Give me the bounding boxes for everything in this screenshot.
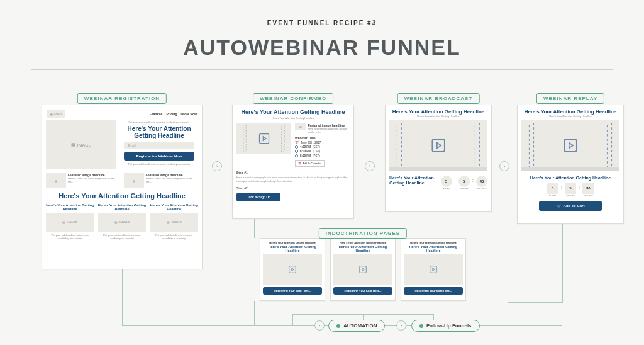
timer-sep: : — [561, 184, 562, 190]
timer-sep: : — [455, 178, 456, 183]
tag-registration: WEBINAR REGISTRATION — [77, 93, 167, 104]
svg-rect-0 — [259, 134, 269, 144]
nav-order[interactable]: Order Now — [180, 112, 197, 116]
cart-label: Add To Cart — [564, 204, 585, 208]
timer-seconds-label: SECONDS — [476, 188, 487, 190]
video-placeholder[interactable] — [333, 254, 392, 285]
confirmed-sub: Here's Your Attention Getting Headline — [236, 116, 350, 120]
logo-text: LOGO — [54, 113, 62, 116]
cell-sub: Put your sub-headline to increase credib… — [46, 234, 94, 240]
cell-sub: Put your sub-headline to increase credib… — [98, 234, 147, 240]
cell-headline: Here's Your Attention Getting Headline — [98, 203, 147, 211]
confirmed-headline: Here's Your Attention Getting Headline — [236, 109, 350, 115]
email-placeholder: Email — [128, 144, 136, 147]
timer-minutes: 5 — [565, 183, 576, 194]
radio-icon — [295, 145, 298, 149]
timer-minutes: 5 — [458, 176, 470, 187]
cell-image: ▦ IMAGE — [150, 213, 198, 232]
arrow-icon: › — [396, 320, 406, 331]
timer-seconds: 30 — [582, 183, 594, 194]
add-cal-label: Add To Calendar — [303, 162, 321, 165]
video-placeholder[interactable] — [236, 123, 291, 154]
automation-pill: AUTOMATION — [328, 320, 385, 332]
connector-line — [254, 219, 255, 238]
indoc-small-headline: Here's Your Attention Getting Headline — [333, 241, 392, 244]
time-value: 4:00 PM — [300, 145, 311, 149]
video-placeholder[interactable] — [521, 120, 619, 171]
signup-button[interactable]: Click to Sign Up — [236, 193, 280, 201]
replay-headline: Here's Your Attention Getting Headline — [521, 109, 619, 115]
svg-rect-2 — [564, 139, 577, 152]
indoc-small-headline: Here's Your Attention Getting Headline — [404, 241, 463, 244]
feature-desc: Here is some info about the picture on t… — [68, 177, 120, 183]
broadcast-bottom-headline: Here's Your Attention Getting Headline — [389, 176, 437, 185]
time-option[interactable]: 8:00 PM(PST) — [295, 154, 350, 157]
film-strip-icon — [523, 123, 540, 168]
pre-headline: Put your pre-headline to increase credib… — [120, 120, 198, 123]
video-placeholder[interactable] — [263, 254, 322, 285]
image-label: IMAGE — [119, 220, 130, 224]
nav-features[interactable]: Features — [150, 112, 163, 116]
play-icon — [430, 137, 447, 154]
broadcast-headline: Here's Your Attention Getting Headline — [389, 109, 487, 115]
time-option[interactable]: 4:00 PM(EST) — [295, 145, 350, 149]
svg-rect-1 — [432, 139, 445, 152]
timer-hours: 5 — [547, 183, 558, 194]
reconfirm-button[interactable]: Reconfirm Your Seat Here... — [263, 287, 322, 295]
cell-sub: Put your sub-headline to increase credib… — [150, 234, 198, 240]
add-to-cart-button[interactable]: 🛒 Add To Cart — [539, 201, 602, 211]
registration-card: ▦ LOGO Features Pricing Order Now ▦ IMAG… — [42, 105, 203, 269]
film-strip-icon — [469, 123, 486, 168]
connector-line — [292, 314, 293, 326]
time-tz: (CST) — [313, 150, 320, 153]
connector-line — [562, 224, 563, 303]
tag-confirmed: WEBINAR CONFIRMED — [253, 93, 333, 104]
time-option[interactable]: 6:00 PM(CST) — [295, 150, 350, 153]
replay-sub: Here's Your Attention Getting Headline — [521, 115, 619, 118]
radio-icon — [295, 154, 298, 157]
indoc-small-headline: Here's Your Attention Getting Headline — [263, 241, 322, 244]
video-placeholder[interactable] — [389, 120, 487, 171]
register-button[interactable]: Register for Webinar Now — [124, 152, 194, 161]
timer-seconds: 40 — [476, 176, 487, 187]
email-input[interactable]: Email — [124, 142, 194, 149]
automation-label: AUTOMATION — [343, 323, 377, 329]
replay-bottom-headline: Here's Your Attention Getting Headline — [521, 176, 619, 180]
arrow-icon: › — [499, 161, 509, 171]
step1-label: Step #1: — [236, 171, 350, 174]
arrow-icon: › — [314, 320, 325, 331]
play-icon — [562, 137, 579, 154]
film-strip-icon — [238, 125, 251, 152]
time-tz: (PST) — [313, 154, 320, 157]
broadcast-sub: Here's Your Attention Getting Headline — [389, 115, 487, 118]
indoc-headline: Here's Your Attention Getting Headline — [333, 245, 392, 252]
countdown-timer: 5HOURS : 5MINUTES : 30SECONDS — [521, 183, 619, 197]
play-icon — [429, 265, 438, 274]
video-placeholder[interactable] — [404, 254, 463, 285]
reconfirm-button[interactable]: Reconfirm Your Seat Here... — [404, 287, 463, 295]
timer-sep: : — [472, 178, 474, 183]
film-strip-icon — [391, 123, 408, 168]
image-label: IMAGE — [77, 143, 92, 147]
followup-pill: Follow-Up Funnels — [411, 320, 480, 332]
timer-hours-label: HOURS — [547, 195, 558, 197]
tag-broadcast: WEBINAR BROADCAST — [397, 93, 480, 104]
timer-hours-label: HOURS — [441, 188, 452, 190]
confirmed-card: Here's Your Attention Getting Headline H… — [232, 105, 354, 219]
tag-replay: WEBINAR REPLAY — [536, 93, 604, 104]
cell-image: ▦ IMAGE — [98, 213, 147, 232]
radio-icon — [295, 150, 298, 153]
cart-icon: 🛒 — [557, 204, 561, 208]
replay-card: Here's Your Attention Getting Headline H… — [517, 105, 624, 224]
grid-cell: Here's Your Attention Getting Headline ▦… — [46, 203, 94, 240]
date-text: June 28th, 2017 — [301, 141, 321, 144]
connector-line — [508, 302, 562, 303]
feature-desc: Here is some info about the picture on t… — [146, 177, 198, 183]
film-strip-icon — [601, 123, 618, 168]
add-to-calendar-button[interactable]: 📅 Add To Calendar — [295, 160, 325, 167]
connector-line — [122, 269, 123, 326]
play-icon — [258, 132, 270, 145]
header-kicker: EVENT FUNNEL RECIPE #3 — [257, 20, 387, 26]
nav-pricing[interactable]: Pricing — [166, 112, 177, 116]
reconfirm-button[interactable]: Reconfirm Your Seat Here... — [333, 287, 392, 295]
